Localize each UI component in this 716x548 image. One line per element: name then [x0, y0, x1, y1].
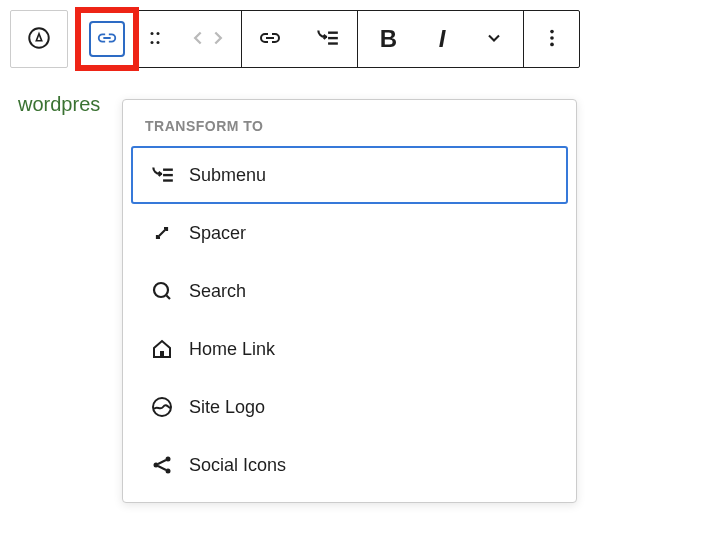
- svg-point-9: [550, 36, 554, 40]
- italic-button[interactable]: I: [419, 11, 465, 67]
- document-tools: [10, 10, 68, 68]
- submenu-button[interactable]: [297, 11, 357, 67]
- transform-popover: Transform to Submenu Spacer Search Home …: [122, 99, 577, 126]
- block-toolbar-main: B I: [78, 10, 580, 68]
- explore-button[interactable]: [11, 11, 67, 67]
- link-icon: [258, 26, 282, 53]
- kebab-icon: [541, 27, 563, 52]
- svg-point-10: [550, 42, 554, 46]
- options-button[interactable]: [523, 11, 579, 67]
- svg-rect-6: [328, 36, 338, 38]
- drag-handle-button[interactable]: [135, 11, 175, 67]
- drag-icon: [146, 29, 164, 50]
- nav-link-text[interactable]: wordpres: [10, 93, 100, 116]
- bold-icon: B: [380, 25, 397, 53]
- link-button[interactable]: [241, 11, 297, 67]
- svg-point-2: [157, 32, 160, 35]
- transform-header: Transform to: [131, 108, 568, 126]
- compass-icon: [26, 25, 52, 54]
- svg-rect-5: [328, 31, 338, 33]
- submenu-icon: [314, 25, 340, 54]
- link-block-icon: [89, 21, 125, 57]
- svg-point-0: [29, 28, 49, 48]
- block-type-button[interactable]: [79, 11, 135, 67]
- block-toolbar: B I: [10, 10, 706, 68]
- svg-point-8: [550, 29, 554, 33]
- italic-icon: I: [439, 25, 446, 53]
- svg-point-4: [157, 41, 160, 44]
- chevron-down-icon: [484, 28, 504, 51]
- svg-point-3: [151, 41, 154, 44]
- chevron-left-right-icon: [188, 27, 228, 52]
- more-formatting-button[interactable]: [465, 11, 523, 67]
- bold-button[interactable]: B: [357, 11, 419, 67]
- move-buttons[interactable]: [175, 11, 241, 67]
- svg-rect-7: [328, 42, 338, 44]
- svg-point-1: [151, 32, 154, 35]
